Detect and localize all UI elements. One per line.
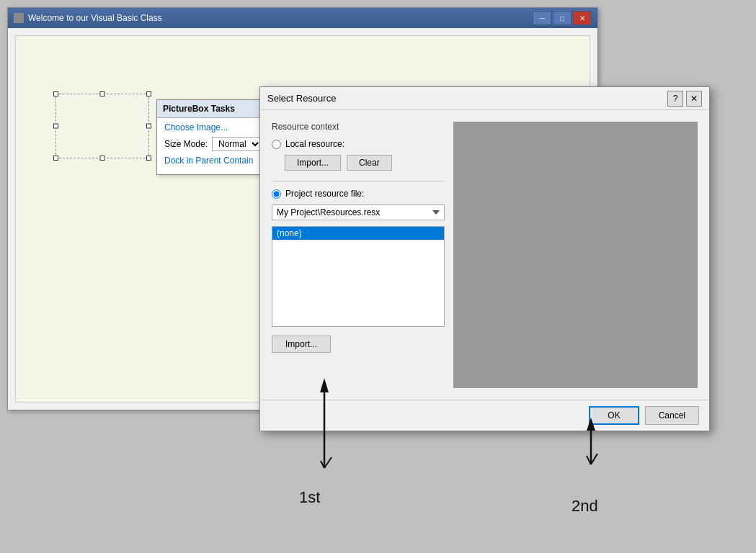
import-bottom-button[interactable]: Import... (272, 336, 331, 353)
svg-line-2 (321, 461, 324, 468)
clear-button[interactable]: Clear (347, 155, 392, 171)
listbox-item-none[interactable]: (none) (272, 227, 444, 240)
local-resource-radio[interactable] (272, 140, 281, 149)
ide-titlebar: Welcome to our Visual Basic Class ─ □ ✕ (8, 8, 597, 28)
handle-mr (146, 124, 151, 129)
handle-br (146, 156, 151, 161)
ok-button[interactable]: OK (589, 406, 639, 425)
project-resource-label: Project resource file: (285, 189, 364, 199)
dialog-body: Resource context Local resource: Import.… (260, 110, 709, 400)
picturebox[interactable] (55, 94, 149, 158)
select-resource-dialog: Select Resource ? ✕ Resource context Loc… (259, 86, 710, 431)
svg-line-3 (324, 457, 332, 468)
handle-bm (100, 156, 105, 161)
dialog-titlebar: Select Resource ? ✕ (260, 87, 709, 110)
dialog-title: Select Resource (267, 93, 667, 104)
annotation-first-label: 1st (299, 488, 320, 506)
handle-bl (53, 156, 58, 161)
ide-titlebar-controls: ─ □ ✕ (533, 11, 592, 25)
ide-minimize-button[interactable]: ─ (533, 11, 551, 25)
ide-maximize-button[interactable]: □ (553, 11, 572, 25)
dialog-footer: OK Cancel (260, 400, 709, 431)
handle-tl (53, 91, 58, 96)
resource-context-label: Resource context (272, 122, 445, 132)
top-button-row: Import... Clear (285, 155, 445, 171)
size-mode-label: Size Mode: (164, 139, 208, 149)
svg-line-6 (587, 456, 591, 464)
dialog-close-button[interactable]: ✕ (686, 91, 702, 107)
ide-title-text: Welcome to our Visual Basic Class (28, 13, 162, 23)
local-resource-label: Local resource: (285, 139, 344, 149)
dialog-title-buttons: ? ✕ (667, 91, 702, 107)
resource-listbox[interactable]: (none) (272, 226, 445, 327)
ide-close-button[interactable]: ✕ (573, 11, 592, 25)
handle-tr (146, 91, 151, 96)
local-resource-row: Local resource: (272, 139, 445, 149)
project-resource-dropdown[interactable]: My Project\Resources.resx (272, 204, 445, 220)
dialog-left-panel: Resource context Local resource: Import.… (272, 122, 445, 388)
svg-line-7 (591, 454, 597, 464)
dialog-help-button[interactable]: ? (667, 91, 683, 107)
section-divider (272, 181, 445, 181)
annotation-second-label: 2nd (572, 497, 598, 515)
handle-tm (100, 91, 105, 96)
project-resource-row: Project resource file: (272, 189, 445, 199)
cancel-button[interactable]: Cancel (645, 406, 699, 425)
ide-window-icon (14, 13, 24, 23)
handle-ml (53, 124, 58, 129)
size-mode-dropdown[interactable]: Normal (212, 137, 262, 151)
project-resource-radio[interactable] (272, 189, 281, 199)
import-top-button[interactable]: Import... (285, 155, 341, 171)
image-preview-panel (453, 122, 698, 388)
